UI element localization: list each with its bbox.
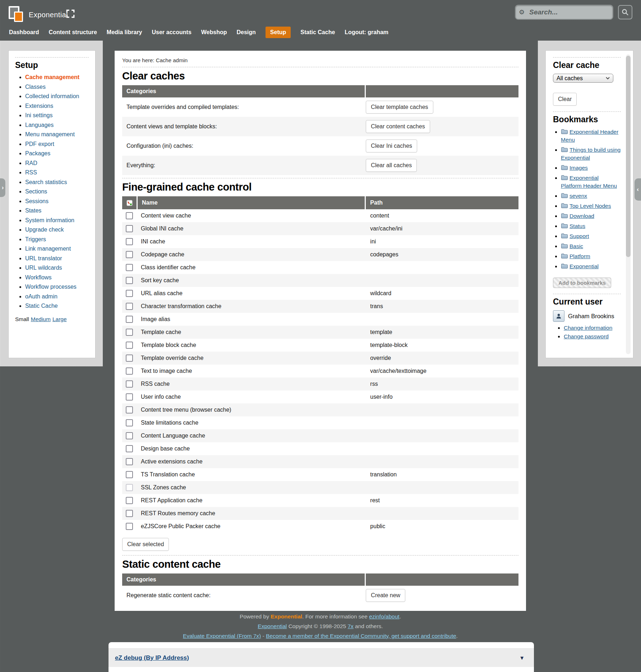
button-clear-template-caches[interactable]: Clear template caches xyxy=(366,101,433,114)
row-checkbox[interactable] xyxy=(126,445,133,452)
nav-item-design[interactable]: Design xyxy=(236,27,255,38)
interface-size-link-large[interactable]: Large xyxy=(52,316,67,322)
sidebar-link-link-management[interactable]: Link management xyxy=(25,246,71,252)
row-checkbox[interactable] xyxy=(126,238,133,245)
nav-item-setup[interactable]: Setup xyxy=(266,27,291,38)
button-create-new[interactable]: Create new xyxy=(366,589,405,602)
nav-item-logout-graham[interactable]: Logout: graham xyxy=(345,27,388,38)
row-checkbox[interactable] xyxy=(126,303,133,310)
footer-link-become-a-member-of-the-exponential-community-get-support-and-contribute[interactable]: Become a member of the Exponential Commu… xyxy=(266,633,456,639)
row-checkbox[interactable] xyxy=(126,355,133,362)
bookmark-link-exponential-header-menu[interactable]: Exponential Header Menu xyxy=(561,129,618,143)
row-checkbox[interactable] xyxy=(126,458,133,465)
row-checkbox[interactable] xyxy=(126,316,133,323)
app-logo[interactable] xyxy=(9,6,23,23)
row-checkbox[interactable] xyxy=(126,367,133,375)
bookmark-link-images[interactable]: Images xyxy=(569,165,588,171)
bookmark-link-things-to-build-using-exponential[interactable]: Things to build using Exponential xyxy=(561,147,621,161)
bookmark-link-exponential[interactable]: Exponential xyxy=(569,263,599,269)
sidebar-link-extensions[interactable]: Extensions xyxy=(25,103,53,109)
row-checkbox[interactable] xyxy=(126,497,133,504)
nav-item-media-library[interactable]: Media library xyxy=(107,27,142,38)
interface-size-link-medium[interactable]: Medium xyxy=(31,316,51,322)
sidebar-link-classes[interactable]: Classes xyxy=(25,84,46,90)
row-checkbox[interactable] xyxy=(126,419,133,426)
bookmark-link-top-level-nodes[interactable]: Top Level Nodes xyxy=(569,203,611,209)
expand-left-sidebar-tab[interactable]: › xyxy=(0,178,5,197)
row-checkbox[interactable] xyxy=(126,510,133,517)
row-checkbox[interactable] xyxy=(126,264,133,271)
sidebar-link-workflow-processes[interactable]: Workflow processes xyxy=(25,284,77,290)
sidebar-link-triggers[interactable]: Triggers xyxy=(25,236,46,242)
select-all-header-cell[interactable] xyxy=(122,196,137,209)
footer-link-evaluate-exponential-from-7x[interactable]: Evaluate Exponential (From 7x) xyxy=(183,633,261,639)
sidebar-link-sections[interactable]: Sections xyxy=(25,188,47,195)
row-checkbox[interactable] xyxy=(126,432,133,439)
button-clear-content-caches[interactable]: Clear content caches xyxy=(366,120,430,133)
row-checkbox[interactable] xyxy=(126,212,133,219)
bookmark-link-exponential-platform-header-menu[interactable]: Exponential Platform Header Menu xyxy=(561,175,617,189)
bookmark-link-status[interactable]: Status xyxy=(569,223,585,229)
user-link-change-information[interactable]: Change information xyxy=(564,325,612,331)
nav-item-content-structure[interactable]: Content structure xyxy=(49,27,97,38)
row-checkbox[interactable] xyxy=(126,342,133,349)
row-checkbox[interactable] xyxy=(126,329,133,336)
sidebar-link-system-information[interactable]: System information xyxy=(25,217,74,223)
search-input[interactable] xyxy=(515,5,613,20)
sidebar-link-rad[interactable]: RAD xyxy=(25,160,37,166)
debug-toggle-icon[interactable]: ▼ xyxy=(519,655,525,661)
sidebar-link-sessions[interactable]: Sessions xyxy=(25,198,49,204)
row-checkbox[interactable] xyxy=(126,393,133,401)
scrollbar-thumb[interactable] xyxy=(626,56,631,257)
bookmark-link-platform[interactable]: Platform xyxy=(569,253,590,259)
bookmark-link-download[interactable]: Download xyxy=(569,213,594,219)
nav-item-static-cache[interactable]: Static Cache xyxy=(300,27,335,38)
sidebar-link-url-translator[interactable]: URL translator xyxy=(25,255,62,261)
user-link-change-password[interactable]: Change password xyxy=(564,333,609,339)
nav-item-webshop[interactable]: Webshop xyxy=(201,27,227,38)
sidebar-link-upgrade-check[interactable]: Upgrade check xyxy=(25,227,64,233)
sidebar-link-collected-information[interactable]: Collected information xyxy=(25,93,79,99)
search-button[interactable] xyxy=(618,5,632,19)
row-checkbox[interactable] xyxy=(126,290,133,297)
row-checkbox[interactable] xyxy=(126,406,133,413)
sidebar-link-ini-settings[interactable]: Ini settings xyxy=(25,112,52,118)
clear-selected-button[interactable]: Clear selected xyxy=(122,538,169,551)
sidebar-link-packages[interactable]: Packages xyxy=(25,150,50,156)
bookmark-link-support[interactable]: Support xyxy=(569,233,589,239)
button-clear-ini-caches[interactable]: Clear Ini caches xyxy=(366,140,417,152)
footer-link-exponential[interactable]: Exponential xyxy=(258,623,287,629)
row-checkbox[interactable] xyxy=(126,277,133,284)
sidebar-link-url-wildcards[interactable]: URL wildcards xyxy=(25,265,62,271)
row-checkbox[interactable] xyxy=(126,251,133,258)
sidebar-link-search-statistics[interactable]: Search statistics xyxy=(25,179,67,185)
button-clear-all-caches[interactable]: Clear all caches xyxy=(366,159,417,172)
sidebar-link-oauth-admin[interactable]: oAuth admin xyxy=(25,293,57,300)
clear-cache-button[interactable]: Clear xyxy=(553,93,577,106)
footer-link-ezinfo-about[interactable]: ezinfo/about xyxy=(369,613,399,620)
debug-title-link[interactable]: eZ debug (By IP Address) xyxy=(115,654,189,662)
row-checkbox[interactable] xyxy=(126,380,133,388)
right-sidebar-scrollbar[interactable] xyxy=(626,54,631,354)
collapse-right-sidebar-tab[interactable]: ‹ xyxy=(635,178,641,201)
sidebar-link-rss[interactable]: RSS xyxy=(25,169,37,175)
sidebar-item-states: States xyxy=(25,207,89,214)
cache-type-select[interactable]: All caches xyxy=(553,74,613,83)
footer-link-7x[interactable]: 7x xyxy=(347,623,353,629)
fullscreen-icon[interactable] xyxy=(66,9,75,18)
nav-item-user-accounts[interactable]: User accounts xyxy=(152,27,192,38)
sidebar-link-states[interactable]: States xyxy=(25,207,41,214)
gear-icon[interactable]: ⚙ xyxy=(519,8,525,16)
sidebar-link-workflows[interactable]: Workflows xyxy=(25,274,52,280)
sidebar-link-menu-management[interactable]: Menu management xyxy=(25,131,75,137)
row-checkbox[interactable] xyxy=(126,471,133,478)
row-checkbox[interactable] xyxy=(126,225,133,232)
nav-item-dashboard[interactable]: Dashboard xyxy=(9,27,39,38)
sidebar-link-languages[interactable]: Languages xyxy=(25,122,54,128)
bookmark-link-basic[interactable]: Basic xyxy=(569,243,583,249)
sidebar-link-cache-management[interactable]: Cache management xyxy=(25,74,79,80)
row-checkbox[interactable] xyxy=(126,523,133,530)
bookmark-link-sevenx[interactable]: sevenx xyxy=(569,193,587,199)
sidebar-link-static-cache[interactable]: Static Cache xyxy=(25,303,58,309)
sidebar-link-pdf-export[interactable]: PDF export xyxy=(25,141,54,147)
